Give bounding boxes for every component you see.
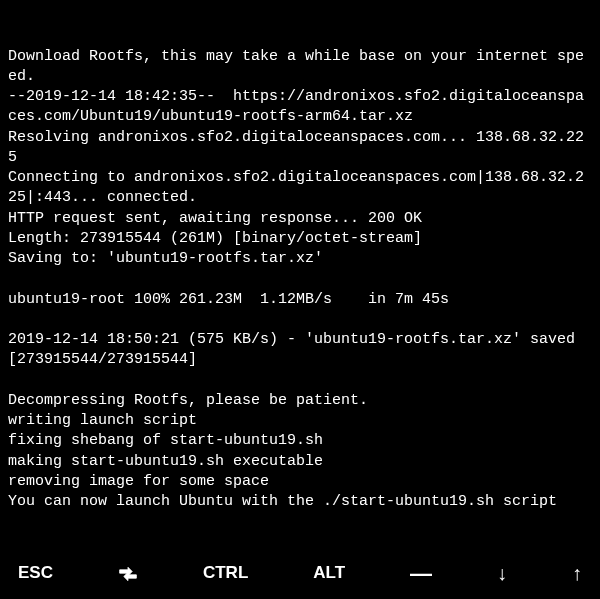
terminal-line (8, 269, 592, 289)
terminal-line: Connecting to andronixos.sfo2.digitaloce… (8, 168, 592, 209)
alt-key[interactable]: ALT (313, 562, 345, 585)
terminal-line: 2019-12-14 18:50:21 (575 KB/s) - 'ubuntu… (8, 330, 592, 371)
terminal-line: writing launch script (8, 411, 592, 431)
terminal-line: fixing shebang of start-ubuntu19.sh (8, 431, 592, 451)
terminal-line: --2019-12-14 18:42:35-- https://andronix… (8, 87, 592, 128)
terminal-output[interactable]: Download Rootfs, this may take a while b… (0, 0, 600, 548)
terminal-line: Saving to: 'ubuntu19-rootfs.tar.xz' (8, 249, 592, 269)
tab-icon (118, 564, 138, 584)
terminal-line: making start-ubuntu19.sh executable (8, 452, 592, 472)
terminal-line: You can now launch Ubuntu with the ./sta… (8, 492, 592, 512)
terminal-line: Length: 273915544 (261M) [binary/octet-s… (8, 229, 592, 249)
arrow-up-key[interactable]: ↑ (572, 560, 582, 587)
terminal-line: removing image for some space (8, 472, 592, 492)
terminal-line (8, 371, 592, 391)
terminal-line: Resolving andronixos.sfo2.digitaloceansp… (8, 128, 592, 169)
tab-key-icon[interactable] (118, 564, 138, 584)
terminal-line: HTTP request sent, awaiting response... … (8, 209, 592, 229)
ctrl-key[interactable]: CTRL (203, 562, 248, 585)
terminal-line (8, 310, 592, 330)
keyboard-accessory-bar: ESC CTRL ALT — ↓ ↑ (0, 548, 600, 599)
arrow-down-key[interactable]: ↓ (497, 560, 507, 587)
terminal-line: ubuntu19-root 100% 261.23M 1.12MB/s in 7… (8, 290, 592, 310)
terminal-line: Download Rootfs, this may take a while b… (8, 47, 592, 88)
terminal-line: Decompressing Rootfs, please be patient. (8, 391, 592, 411)
dash-key[interactable]: — (410, 559, 432, 589)
esc-key[interactable]: ESC (18, 562, 53, 585)
